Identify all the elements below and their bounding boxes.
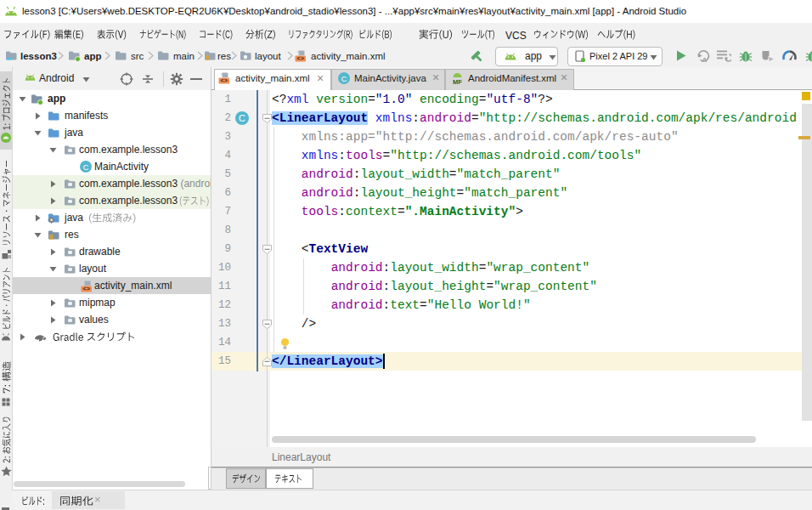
svg-text:<>: <> (220, 77, 227, 84)
svg-text:<>: <> (296, 55, 303, 62)
svg-text:MF: MF (453, 78, 462, 85)
svg-text:C: C (83, 163, 89, 172)
svg-text:A: A (702, 56, 708, 64)
svg-text:C: C (341, 75, 347, 83)
svg-text:<>: <> (82, 286, 89, 292)
